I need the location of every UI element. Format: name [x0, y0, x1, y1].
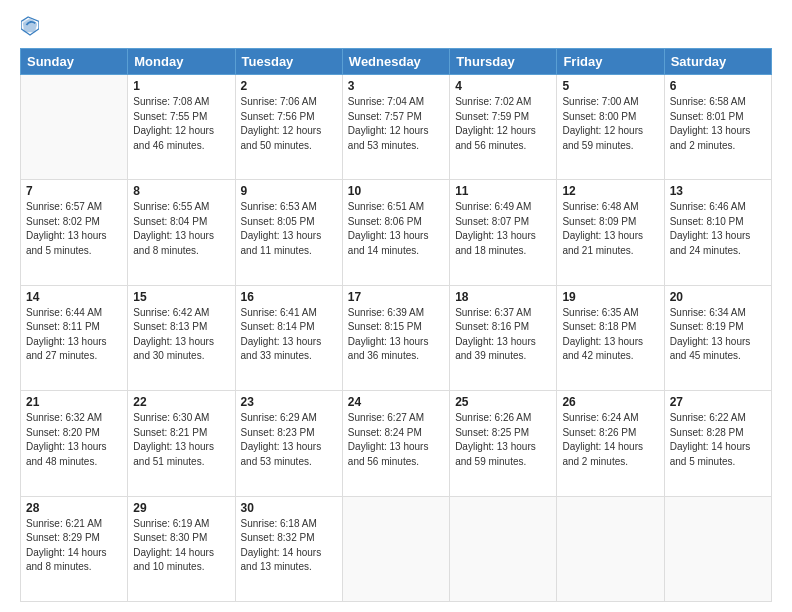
day-info: Sunrise: 6:22 AM Sunset: 8:28 PM Dayligh…: [670, 411, 766, 469]
day-info: Sunrise: 6:46 AM Sunset: 8:10 PM Dayligh…: [670, 200, 766, 258]
calendar-cell: 23Sunrise: 6:29 AM Sunset: 8:23 PM Dayli…: [235, 391, 342, 496]
day-info: Sunrise: 6:26 AM Sunset: 8:25 PM Dayligh…: [455, 411, 551, 469]
calendar-cell: 29Sunrise: 6:19 AM Sunset: 8:30 PM Dayli…: [128, 496, 235, 601]
calendar-cell: 18Sunrise: 6:37 AM Sunset: 8:16 PM Dayli…: [450, 285, 557, 390]
calendar-week-row: 1Sunrise: 7:08 AM Sunset: 7:55 PM Daylig…: [21, 75, 772, 180]
day-info: Sunrise: 6:21 AM Sunset: 8:29 PM Dayligh…: [26, 517, 122, 575]
day-info: Sunrise: 6:42 AM Sunset: 8:13 PM Dayligh…: [133, 306, 229, 364]
day-number: 14: [26, 290, 122, 304]
day-info: Sunrise: 7:02 AM Sunset: 7:59 PM Dayligh…: [455, 95, 551, 153]
day-number: 4: [455, 79, 551, 93]
calendar-cell: 19Sunrise: 6:35 AM Sunset: 8:18 PM Dayli…: [557, 285, 664, 390]
day-of-week-header: Tuesday: [235, 49, 342, 75]
calendar-cell: [21, 75, 128, 180]
calendar-cell: 4Sunrise: 7:02 AM Sunset: 7:59 PM Daylig…: [450, 75, 557, 180]
calendar-cell: 26Sunrise: 6:24 AM Sunset: 8:26 PM Dayli…: [557, 391, 664, 496]
calendar-header-row: SundayMondayTuesdayWednesdayThursdayFrid…: [21, 49, 772, 75]
day-info: Sunrise: 6:58 AM Sunset: 8:01 PM Dayligh…: [670, 95, 766, 153]
day-number: 28: [26, 501, 122, 515]
day-info: Sunrise: 6:19 AM Sunset: 8:30 PM Dayligh…: [133, 517, 229, 575]
day-number: 9: [241, 184, 337, 198]
day-number: 29: [133, 501, 229, 515]
day-info: Sunrise: 6:18 AM Sunset: 8:32 PM Dayligh…: [241, 517, 337, 575]
calendar-cell: 8Sunrise: 6:55 AM Sunset: 8:04 PM Daylig…: [128, 180, 235, 285]
calendar-cell: 11Sunrise: 6:49 AM Sunset: 8:07 PM Dayli…: [450, 180, 557, 285]
day-number: 10: [348, 184, 444, 198]
day-number: 18: [455, 290, 551, 304]
calendar-cell: 24Sunrise: 6:27 AM Sunset: 8:24 PM Dayli…: [342, 391, 449, 496]
day-number: 30: [241, 501, 337, 515]
day-number: 2: [241, 79, 337, 93]
day-info: Sunrise: 6:39 AM Sunset: 8:15 PM Dayligh…: [348, 306, 444, 364]
day-info: Sunrise: 6:29 AM Sunset: 8:23 PM Dayligh…: [241, 411, 337, 469]
calendar-cell: 27Sunrise: 6:22 AM Sunset: 8:28 PM Dayli…: [664, 391, 771, 496]
calendar-week-row: 21Sunrise: 6:32 AM Sunset: 8:20 PM Dayli…: [21, 391, 772, 496]
calendar-cell: [664, 496, 771, 601]
calendar-cell: [342, 496, 449, 601]
calendar-body: 1Sunrise: 7:08 AM Sunset: 7:55 PM Daylig…: [21, 75, 772, 602]
day-number: 21: [26, 395, 122, 409]
calendar-cell: [557, 496, 664, 601]
calendar-cell: 1Sunrise: 7:08 AM Sunset: 7:55 PM Daylig…: [128, 75, 235, 180]
day-info: Sunrise: 6:32 AM Sunset: 8:20 PM Dayligh…: [26, 411, 122, 469]
calendar-cell: 14Sunrise: 6:44 AM Sunset: 8:11 PM Dayli…: [21, 285, 128, 390]
page: SundayMondayTuesdayWednesdayThursdayFrid…: [0, 0, 792, 612]
logo: [20, 16, 41, 40]
logo-icon: [21, 16, 39, 36]
day-number: 23: [241, 395, 337, 409]
day-number: 3: [348, 79, 444, 93]
day-of-week-header: Wednesday: [342, 49, 449, 75]
calendar-cell: 17Sunrise: 6:39 AM Sunset: 8:15 PM Dayli…: [342, 285, 449, 390]
calendar-cell: 13Sunrise: 6:46 AM Sunset: 8:10 PM Dayli…: [664, 180, 771, 285]
day-info: Sunrise: 7:08 AM Sunset: 7:55 PM Dayligh…: [133, 95, 229, 153]
day-info: Sunrise: 7:06 AM Sunset: 7:56 PM Dayligh…: [241, 95, 337, 153]
day-info: Sunrise: 6:44 AM Sunset: 8:11 PM Dayligh…: [26, 306, 122, 364]
calendar-cell: [450, 496, 557, 601]
day-info: Sunrise: 6:49 AM Sunset: 8:07 PM Dayligh…: [455, 200, 551, 258]
calendar-cell: 5Sunrise: 7:00 AM Sunset: 8:00 PM Daylig…: [557, 75, 664, 180]
day-number: 20: [670, 290, 766, 304]
day-info: Sunrise: 6:37 AM Sunset: 8:16 PM Dayligh…: [455, 306, 551, 364]
day-info: Sunrise: 6:48 AM Sunset: 8:09 PM Dayligh…: [562, 200, 658, 258]
day-number: 8: [133, 184, 229, 198]
day-number: 26: [562, 395, 658, 409]
day-info: Sunrise: 6:57 AM Sunset: 8:02 PM Dayligh…: [26, 200, 122, 258]
day-of-week-header: Monday: [128, 49, 235, 75]
day-number: 6: [670, 79, 766, 93]
calendar-cell: 3Sunrise: 7:04 AM Sunset: 7:57 PM Daylig…: [342, 75, 449, 180]
calendar-cell: 16Sunrise: 6:41 AM Sunset: 8:14 PM Dayli…: [235, 285, 342, 390]
day-number: 7: [26, 184, 122, 198]
day-number: 17: [348, 290, 444, 304]
calendar-cell: 22Sunrise: 6:30 AM Sunset: 8:21 PM Dayli…: [128, 391, 235, 496]
calendar-week-row: 14Sunrise: 6:44 AM Sunset: 8:11 PM Dayli…: [21, 285, 772, 390]
day-number: 5: [562, 79, 658, 93]
day-info: Sunrise: 6:41 AM Sunset: 8:14 PM Dayligh…: [241, 306, 337, 364]
day-of-week-header: Thursday: [450, 49, 557, 75]
day-number: 15: [133, 290, 229, 304]
day-info: Sunrise: 7:04 AM Sunset: 7:57 PM Dayligh…: [348, 95, 444, 153]
calendar-cell: 28Sunrise: 6:21 AM Sunset: 8:29 PM Dayli…: [21, 496, 128, 601]
day-number: 12: [562, 184, 658, 198]
calendar-cell: 2Sunrise: 7:06 AM Sunset: 7:56 PM Daylig…: [235, 75, 342, 180]
calendar-cell: 9Sunrise: 6:53 AM Sunset: 8:05 PM Daylig…: [235, 180, 342, 285]
calendar-table: SundayMondayTuesdayWednesdayThursdayFrid…: [20, 48, 772, 602]
day-number: 13: [670, 184, 766, 198]
calendar-cell: 25Sunrise: 6:26 AM Sunset: 8:25 PM Dayli…: [450, 391, 557, 496]
day-info: Sunrise: 6:51 AM Sunset: 8:06 PM Dayligh…: [348, 200, 444, 258]
calendar-cell: 30Sunrise: 6:18 AM Sunset: 8:32 PM Dayli…: [235, 496, 342, 601]
calendar-cell: 6Sunrise: 6:58 AM Sunset: 8:01 PM Daylig…: [664, 75, 771, 180]
calendar-cell: 12Sunrise: 6:48 AM Sunset: 8:09 PM Dayli…: [557, 180, 664, 285]
day-number: 24: [348, 395, 444, 409]
calendar-cell: 15Sunrise: 6:42 AM Sunset: 8:13 PM Dayli…: [128, 285, 235, 390]
day-number: 1: [133, 79, 229, 93]
header: [20, 16, 772, 40]
day-number: 11: [455, 184, 551, 198]
calendar-cell: 7Sunrise: 6:57 AM Sunset: 8:02 PM Daylig…: [21, 180, 128, 285]
day-info: Sunrise: 6:34 AM Sunset: 8:19 PM Dayligh…: [670, 306, 766, 364]
day-of-week-header: Saturday: [664, 49, 771, 75]
day-number: 27: [670, 395, 766, 409]
day-info: Sunrise: 7:00 AM Sunset: 8:00 PM Dayligh…: [562, 95, 658, 153]
day-of-week-header: Sunday: [21, 49, 128, 75]
day-number: 16: [241, 290, 337, 304]
day-info: Sunrise: 6:35 AM Sunset: 8:18 PM Dayligh…: [562, 306, 658, 364]
